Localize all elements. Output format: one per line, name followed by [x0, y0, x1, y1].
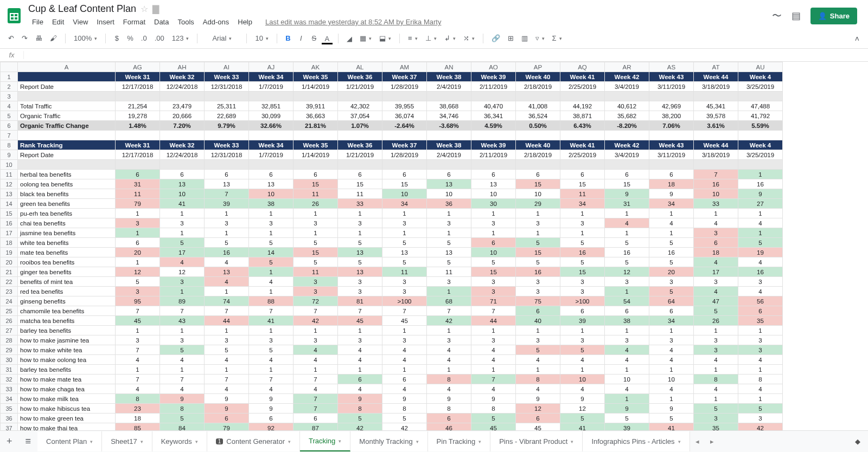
decrease-decimal[interactable]: .0 [138, 32, 150, 44]
merge-cells-icon[interactable]: ⬓ [376, 32, 394, 44]
format-percent[interactable]: % [124, 32, 136, 44]
undo-icon[interactable]: ↶ [5, 32, 17, 44]
text-wrap-icon[interactable]: ↲ [442, 32, 458, 44]
text-rotate-icon[interactable]: ⤭ [461, 32, 477, 44]
formula-bar: fx [0, 49, 868, 62]
add-sheet-button[interactable]: + [0, 436, 19, 447]
tab-scroll-left-icon[interactable]: ◂ [690, 437, 705, 445]
print-icon[interactable]: 🖶 [33, 32, 45, 44]
italic-button[interactable]: I [296, 32, 307, 44]
sheet-tab[interactable]: Pins - Vibrant Product▾ [490, 431, 583, 451]
fill-color-icon[interactable]: ◢ [344, 33, 355, 44]
tab-scroll-right-icon[interactable]: ▸ [705, 437, 719, 445]
sheets-logo[interactable] [4, 6, 24, 25]
font-select[interactable]: Arial [203, 32, 241, 44]
last-edit-label[interactable]: Last edit was made yesterday at 8:52 AM … [261, 16, 445, 28]
explore-button[interactable]: ◆ [847, 437, 868, 445]
menu-bar: File Edit View Insert Format Data Tools … [28, 16, 772, 28]
font-size-select[interactable]: 10 [252, 32, 271, 44]
document-title[interactable]: Cup & Leaf Content Plan [28, 3, 136, 15]
title-bar: Cup & Leaf Content Plan ☆ ▇ File Edit Vi… [0, 0, 868, 28]
sheet-area[interactable]: AAGAHAIAJAKALAMANAOAPAQARASATAU1Week 31W… [0, 62, 868, 430]
menu-addons[interactable]: Add-ons [199, 16, 233, 28]
increase-decimal[interactable]: .00 [152, 32, 167, 44]
zoom-select[interactable]: 100% [71, 32, 100, 44]
star-icon[interactable]: ☆ [141, 4, 148, 14]
format-currency[interactable]: $ [111, 32, 122, 44]
menu-data[interactable]: Data [150, 16, 173, 28]
paint-format-icon[interactable]: 🖌 [47, 32, 60, 44]
sheet-tab[interactable]: Monthly Tracking▾ [350, 431, 427, 451]
text-color-button[interactable]: A [322, 33, 333, 44]
move-folder-icon[interactable]: ▇ [152, 4, 159, 14]
h-align-icon[interactable]: ≡ [405, 32, 420, 44]
person-add-icon: 👤 [818, 12, 827, 20]
sheet-tab[interactable]: 1Content Generator▾ [207, 431, 300, 451]
sheet-tab[interactable]: Keywords▾ [152, 431, 207, 451]
v-align-icon[interactable]: ⊥ [423, 32, 439, 44]
comments-icon[interactable]: ▤ [792, 10, 801, 22]
menu-edit[interactable]: Edit [48, 16, 68, 28]
toolbar-collapse-icon[interactable]: ʌ [852, 32, 863, 44]
sheet-tab[interactable]: Tracking▾ [300, 431, 350, 451]
sheet-tab[interactable]: Content Plan▾ [37, 431, 102, 451]
menu-help[interactable]: Help [234, 16, 256, 28]
insert-link-icon[interactable]: 🔗 [489, 32, 503, 44]
menu-insert[interactable]: Insert [93, 16, 118, 28]
fx-icon: fx [0, 51, 24, 59]
more-formats[interactable]: 123 [169, 32, 192, 44]
menu-tools[interactable]: Tools [174, 16, 197, 28]
share-button[interactable]: 👤 Share [810, 8, 857, 24]
insert-comment-icon[interactable]: ⊞ [505, 32, 516, 44]
redo-icon[interactable]: ↷ [19, 32, 30, 44]
borders-icon[interactable]: ▦ [357, 32, 374, 44]
menu-view[interactable]: View [69, 16, 92, 28]
strike-button[interactable]: S [309, 32, 320, 44]
share-label: Share [830, 12, 850, 20]
insert-chart-icon[interactable]: ▥ [519, 32, 531, 44]
sheet-tab[interactable]: Sheet17▾ [102, 431, 152, 451]
sheet-tab[interactable]: Infographics Pins - Articles▾ [583, 431, 690, 451]
menu-file[interactable]: File [28, 16, 47, 28]
spreadsheet-grid[interactable]: AAGAHAIAJAKALAMANAOAPAQARASATAU1Week 31W… [0, 62, 783, 430]
sheet-tab-bar: + ≡ Content Plan▾Sheet17▾Keywords▾1Conte… [0, 430, 868, 452]
activity-icon[interactable]: 〜 [772, 9, 782, 22]
functions-icon[interactable]: Σ [550, 32, 565, 44]
toolbar: ↶ ↷ 🖶 🖌 100% $ % .0 .00 123 Arial 10 B I… [0, 28, 868, 49]
bold-button[interactable]: B [283, 32, 293, 44]
menu-format[interactable]: Format [119, 16, 149, 28]
sheet-tab[interactable]: Pin Tracking▾ [428, 431, 491, 451]
filter-icon[interactable]: ▿ [533, 32, 547, 44]
all-sheets-button[interactable]: ≡ [19, 436, 38, 447]
